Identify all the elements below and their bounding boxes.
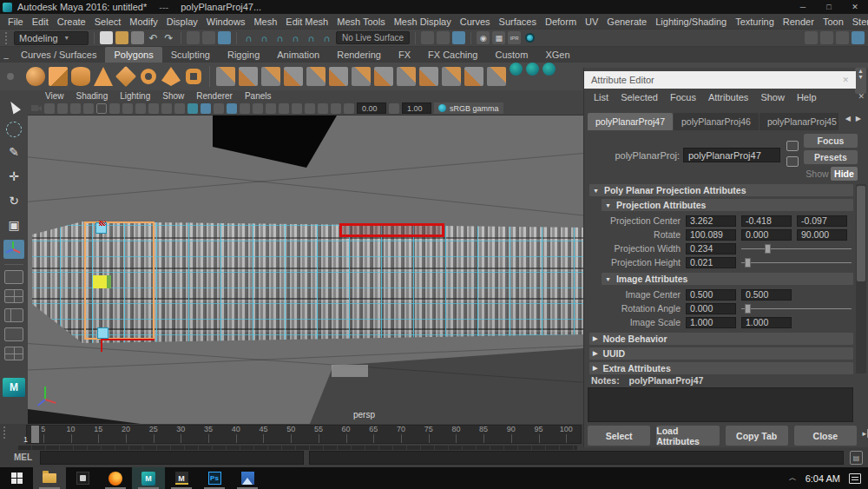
poly-torus-icon[interactable] [141, 69, 156, 84]
snap-to-grid-icon[interactable]: ∩ [242, 31, 255, 44]
close-button[interactable]: ✕ [842, 0, 868, 14]
node-tab[interactable]: polyPlanarProj46 [674, 113, 759, 130]
mirror-icon[interactable] [464, 67, 483, 86]
rotation-angle-slider[interactable] [741, 303, 852, 314]
menu-item[interactable]: Edit Mesh [281, 17, 332, 27]
section-poly-planar-projection[interactable]: ▼ Poly Planar Projection Attributes [589, 184, 853, 196]
focus-button[interactable]: Focus [804, 134, 858, 148]
symmetry-icon[interactable] [487, 67, 506, 86]
motion-blur-icon[interactable] [292, 103, 302, 114]
four-pane-layout-button[interactable] [4, 289, 23, 303]
image-scale-v-field[interactable]: 1.000 [741, 317, 792, 328]
taskbar-file-explorer[interactable] [33, 467, 66, 489]
safe-action-icon[interactable] [161, 103, 172, 114]
menu-item[interactable]: Modify [125, 17, 161, 27]
xray-icon[interactable] [318, 103, 328, 114]
combine-icon[interactable] [261, 67, 280, 86]
wireframe-on-shaded-icon[interactable] [227, 103, 237, 114]
exposure-icon[interactable] [344, 103, 354, 114]
section-image-attributes[interactable]: ▼ Image Attributes [602, 273, 853, 285]
grid-icon[interactable] [96, 103, 107, 114]
taskbar-maya[interactable]: M [132, 467, 165, 489]
save-scene-icon[interactable] [131, 31, 144, 44]
output-connections-icon[interactable] [437, 31, 450, 44]
shelf-tab[interactable]: XGen [536, 47, 578, 63]
slider-handle[interactable] [745, 304, 751, 314]
menu-item[interactable]: Windows [202, 17, 250, 27]
reverse-normals-icon[interactable] [239, 67, 258, 86]
projection-width-slider[interactable] [741, 243, 852, 254]
ae-menu-item[interactable]: Selected [615, 92, 664, 106]
shaded-icon[interactable] [201, 103, 211, 114]
image-plane-icon[interactable] [70, 103, 81, 114]
close-panel-icon[interactable]: ✕ [858, 92, 865, 101]
rotate-z-field[interactable]: 90.000 [797, 229, 847, 241]
close-icon[interactable]: ✕ [842, 76, 849, 84]
panel-menu-item[interactable]: Panels [240, 91, 277, 101]
menu-item[interactable]: Deform [541, 17, 581, 27]
live-surface-field[interactable]: No Live Surface [336, 31, 410, 44]
select-tool-icon[interactable] [3, 97, 24, 116]
image-center-v-field[interactable]: 0.500 [741, 289, 792, 301]
menu-item[interactable]: File [3, 17, 28, 27]
menu-item[interactable]: Toon [819, 17, 848, 27]
ae-menu-item[interactable]: Help [791, 92, 823, 106]
show-hidden-icons-chevron[interactable]: ︿ [789, 472, 797, 484]
node-name-field[interactable]: polyPlanarProj47 [683, 148, 780, 162]
shelf-tab[interactable]: Sculpting [162, 47, 219, 63]
new-scene-icon[interactable] [100, 31, 113, 44]
projection-center-x-field[interactable]: 3.262 [686, 215, 736, 227]
maximize-button[interactable]: □ [816, 0, 842, 14]
xray-joints-icon[interactable] [331, 103, 341, 114]
manipulator-bottom-handle[interactable] [97, 327, 108, 339]
last-tool-icon[interactable] [3, 240, 24, 259]
xgen-shelf-icon[interactable] [526, 63, 539, 76]
range-slider[interactable] [17, 446, 577, 450]
section-uuid[interactable]: ▶ UUID [589, 347, 853, 360]
snap-to-curve-icon[interactable]: ∩ [258, 31, 271, 44]
menu-item[interactable]: Select [90, 17, 126, 27]
projection-height-field[interactable]: 0.021 [686, 257, 736, 268]
menu-item[interactable]: Mesh Display [390, 17, 456, 27]
select-hierarchy-icon[interactable] [187, 31, 200, 44]
isolate-select-icon[interactable] [305, 103, 315, 114]
persp-outliner-layout-button[interactable] [4, 308, 23, 322]
bookmark-icon[interactable] [57, 103, 68, 114]
paint-select-tool-icon[interactable]: ✎ [3, 142, 24, 162]
resolution-gate-icon[interactable] [122, 103, 133, 114]
menu-item[interactable]: Mesh [249, 17, 281, 27]
film-gate-icon[interactable] [109, 103, 120, 114]
shelf-tab[interactable]: FX Caching [419, 47, 486, 63]
menu-item[interactable]: Edit [28, 17, 53, 27]
swap-input-icon[interactable] [786, 141, 799, 151]
gate-mask-icon[interactable] [135, 103, 146, 114]
xgen-shelf-icon[interactable] [510, 63, 523, 76]
section-node-behavior[interactable]: ▶ Node Behavior [589, 333, 853, 345]
poly-cylinder-icon[interactable] [71, 67, 90, 86]
split-pane-layout-button[interactable] [4, 327, 23, 341]
select-component-icon[interactable] [218, 31, 231, 44]
projection-center-y-field[interactable]: -0.418 [741, 215, 792, 227]
separate-icon[interactable] [284, 67, 303, 86]
section-projection-attributes[interactable]: ▼ Projection Attributes [602, 199, 853, 211]
menu-item[interactable]: Curves [456, 17, 495, 27]
lasso-select-tool-icon[interactable] [6, 122, 22, 137]
multi-cut-icon[interactable] [352, 67, 371, 86]
tab-scroll-arrows[interactable]: ◀ ▶ [845, 115, 861, 122]
panel-menu-item[interactable]: Renderer [191, 91, 238, 101]
footer-button[interactable]: Select [588, 426, 650, 446]
poly-cube-icon[interactable] [49, 67, 68, 86]
taskbar-maya-docs[interactable]: M [165, 467, 198, 489]
node-tab[interactable]: polyPlanarProj47 [588, 113, 673, 130]
drag-handle[interactable] [3, 426, 8, 439]
smooth-icon[interactable] [216, 67, 235, 86]
hypershade-layout-button[interactable] [4, 347, 23, 360]
swap-output-icon[interactable] [786, 156, 799, 167]
menu-item[interactable]: UV [581, 17, 602, 27]
taskbar-firefox[interactable] [99, 467, 132, 489]
tab-scroll-right-icon[interactable]: ▶ [856, 115, 861, 122]
footer-button[interactable]: Close [794, 426, 857, 446]
minimize-button[interactable]: ─ [790, 0, 816, 14]
notes-textarea[interactable] [588, 387, 853, 422]
select-camera-icon[interactable] [31, 103, 42, 114]
